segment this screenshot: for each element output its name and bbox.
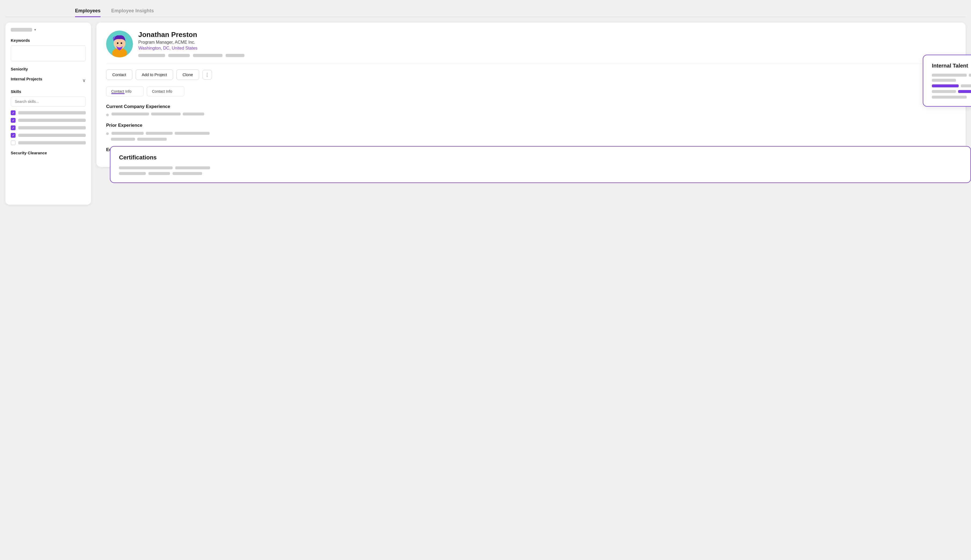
skill-checkbox-3[interactable] bbox=[11, 125, 15, 130]
internal-talent-card: Internal Talent bbox=[923, 55, 971, 107]
experience-item bbox=[106, 113, 956, 116]
internal-projects-label: Internal Projects bbox=[11, 77, 42, 81]
talent-bar bbox=[969, 74, 971, 77]
skill-bar-5 bbox=[18, 141, 86, 144]
dropdown-bar bbox=[11, 28, 32, 32]
profile-tags bbox=[138, 54, 956, 57]
cert-row bbox=[119, 167, 962, 169]
cert-bar bbox=[175, 167, 210, 169]
contact-tab-2[interactable]: Contact Info bbox=[147, 86, 184, 97]
profile-header: Jonathan Preston Program Manager, ACME I… bbox=[106, 30, 956, 57]
skill-checkbox-4[interactable] bbox=[11, 133, 15, 138]
seniority-section: Seniority bbox=[11, 67, 86, 71]
skill-bar-3 bbox=[18, 126, 86, 129]
profile-info: Jonathan Preston Program Manager, ACME I… bbox=[138, 30, 956, 57]
security-clearance-label: Security Clearance bbox=[11, 151, 86, 155]
current-company-section: Current Company Experience bbox=[106, 104, 956, 116]
cert-bar bbox=[119, 172, 146, 175]
svg-point-3 bbox=[117, 42, 118, 44]
skill-bar-1 bbox=[18, 111, 86, 114]
skill-item bbox=[11, 110, 86, 115]
contact-tab-1[interactable]: Contact Info bbox=[106, 86, 143, 97]
skill-item bbox=[11, 125, 86, 130]
keywords-label: Keywords bbox=[11, 38, 86, 43]
prior-experience-section: Prior Experience bbox=[106, 123, 956, 141]
profile-location: Washington, DC, United States bbox=[138, 46, 956, 51]
add-to-project-button[interactable]: Add to Project bbox=[136, 69, 173, 80]
profile-name: Jonathan Preston bbox=[138, 30, 956, 39]
profile-card: Jonathan Preston Program Manager, ACME I… bbox=[97, 23, 966, 167]
exp-bar bbox=[146, 132, 173, 135]
chevron-down-icon[interactable]: ∨ bbox=[82, 77, 86, 83]
tab-employees[interactable]: Employees bbox=[75, 5, 100, 17]
talent-bar bbox=[961, 84, 971, 87]
svg-point-4 bbox=[120, 42, 122, 44]
exp-dot bbox=[106, 132, 109, 135]
seniority-label: Seniority bbox=[11, 67, 86, 71]
exp-bar bbox=[183, 113, 204, 115]
skills-search-input[interactable] bbox=[11, 97, 86, 107]
cert-bar bbox=[173, 172, 202, 175]
talent-row bbox=[932, 96, 971, 98]
talent-bar bbox=[932, 79, 956, 82]
contact-tabs: Contact Info Contact Info bbox=[106, 86, 956, 97]
skill-item bbox=[11, 133, 86, 138]
skill-item bbox=[11, 140, 86, 145]
exp-bar bbox=[137, 138, 167, 141]
internal-projects-section: Internal Projects ∨ bbox=[11, 77, 86, 84]
internal-talent-title: Internal Talent bbox=[932, 63, 971, 69]
cert-bars bbox=[119, 167, 962, 175]
prior-experience-title: Prior Experience bbox=[106, 123, 956, 128]
keywords-input[interactable] bbox=[11, 45, 86, 62]
main-layout: ▾ Keywords Seniority Internal Projects ∨… bbox=[5, 23, 966, 205]
tab-employee-insights[interactable]: Employee Insights bbox=[111, 5, 154, 17]
skill-bar-4 bbox=[18, 134, 86, 137]
skill-checkbox-1[interactable] bbox=[11, 110, 15, 115]
certifications-title: Certifications bbox=[119, 154, 962, 161]
exp-bar bbox=[151, 113, 181, 115]
profile-tag-bar bbox=[138, 54, 165, 57]
more-options-button[interactable]: ⋮ bbox=[202, 70, 212, 80]
talent-bar bbox=[932, 84, 959, 87]
talent-row bbox=[932, 90, 971, 93]
skills-section: Skills bbox=[11, 89, 86, 145]
action-buttons: Contact Add to Project Clone ⋮ bbox=[106, 69, 956, 80]
talent-rows bbox=[932, 74, 971, 98]
keywords-section: Keywords bbox=[11, 38, 86, 62]
exp-bar bbox=[112, 132, 143, 135]
exp-bars bbox=[112, 132, 210, 135]
main-content: Jonathan Preston Program Manager, ACME I… bbox=[97, 23, 966, 167]
cert-bar bbox=[148, 172, 170, 175]
cert-bar bbox=[119, 167, 173, 169]
contact-button[interactable]: Contact bbox=[106, 69, 132, 80]
current-company-title: Current Company Experience bbox=[106, 104, 956, 109]
skill-item bbox=[11, 118, 86, 123]
exp-bars bbox=[111, 138, 167, 141]
talent-bar bbox=[932, 90, 956, 93]
sidebar-dropdown[interactable]: ▾ bbox=[11, 28, 86, 32]
profile-tag-bar bbox=[193, 54, 222, 57]
profile-tag-bar bbox=[226, 54, 244, 57]
talent-bar bbox=[958, 90, 971, 93]
avatar bbox=[106, 30, 133, 57]
talent-bar bbox=[932, 96, 967, 98]
skills-label: Skills bbox=[11, 89, 86, 94]
talent-row bbox=[932, 74, 971, 82]
exp-bars bbox=[112, 113, 204, 115]
talent-row bbox=[932, 84, 971, 87]
skill-checkbox-2[interactable] bbox=[11, 118, 15, 123]
clone-button[interactable]: Clone bbox=[176, 69, 199, 80]
certifications-card: Certifications bbox=[110, 146, 971, 183]
cert-row bbox=[119, 172, 962, 175]
skill-checkbox-5[interactable] bbox=[11, 140, 15, 145]
exp-dot bbox=[106, 113, 109, 116]
exp-bar bbox=[111, 138, 135, 141]
profile-title: Program Manager, ACME Inc. bbox=[138, 40, 956, 45]
exp-bar bbox=[175, 132, 210, 135]
top-nav: Employees Employee Insights bbox=[5, 5, 966, 17]
skill-bar-2 bbox=[18, 119, 86, 122]
profile-tag-bar bbox=[169, 54, 190, 57]
sidebar: ▾ Keywords Seniority Internal Projects ∨… bbox=[5, 23, 91, 205]
exp-bar bbox=[112, 113, 149, 115]
talent-bar bbox=[932, 74, 967, 77]
